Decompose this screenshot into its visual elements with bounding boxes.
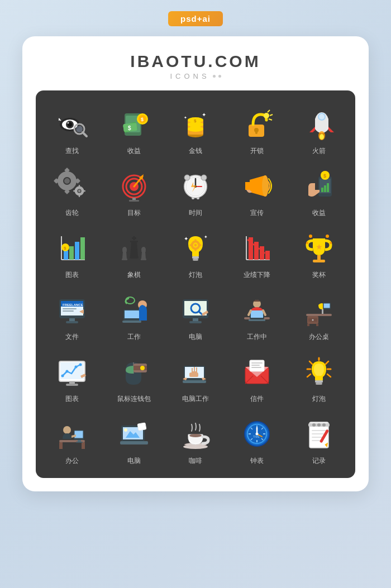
list-item: 电脑 xyxy=(168,286,223,345)
icon-label: 查找 xyxy=(65,146,79,156)
icon-label: 电脑工作 xyxy=(182,394,209,404)
svg-rect-29 xyxy=(255,130,258,134)
icon-label: 灯泡 xyxy=(189,270,202,280)
svg-rect-223 xyxy=(312,430,326,431)
svg-line-8 xyxy=(83,132,87,136)
svg-point-202 xyxy=(189,434,202,437)
svg-line-183 xyxy=(327,374,331,377)
svg-point-33 xyxy=(264,113,269,118)
chess-icon xyxy=(116,230,152,266)
svg-rect-168 xyxy=(183,380,206,383)
svg-text:★: ★ xyxy=(316,242,323,251)
icon-row-4: FREELANCE 文件 xyxy=(41,286,350,345)
svg-rect-126 xyxy=(63,310,74,312)
svg-rect-84 xyxy=(80,237,85,260)
svg-point-196 xyxy=(124,428,127,432)
svg-rect-60 xyxy=(129,200,139,202)
icon-label: 金钱 xyxy=(189,146,202,156)
list-item: 办公 xyxy=(44,410,100,469)
svg-rect-185 xyxy=(59,442,63,449)
svg-text:✦: ✦ xyxy=(202,112,206,118)
rocket-icon xyxy=(301,106,337,142)
svg-rect-101 xyxy=(194,240,196,242)
list-item: 灯泡 xyxy=(291,348,347,407)
svg-rect-103 xyxy=(190,244,192,246)
svg-rect-76 xyxy=(308,187,313,195)
list-item: 咖啡 xyxy=(168,410,223,469)
list-item: 业绩下降 xyxy=(229,224,285,283)
svg-rect-143 xyxy=(249,319,265,321)
icon-label: 信件 xyxy=(250,394,264,404)
svg-rect-176 xyxy=(316,383,322,385)
svg-point-66 xyxy=(184,175,190,180)
icon-label: 业绩下降 xyxy=(244,270,270,280)
svg-rect-51 xyxy=(79,194,80,197)
watch-icon: TIME xyxy=(239,416,275,452)
icon-grid: 查找 $ $ xyxy=(36,90,355,478)
svg-text:$: $ xyxy=(141,117,144,122)
list-item: ★ 奖杯 xyxy=(291,224,347,283)
svg-rect-92 xyxy=(122,259,127,260)
icon-label: 收益 xyxy=(312,208,326,218)
list-item: 宣传 xyxy=(229,162,285,221)
desk-icon xyxy=(301,292,337,328)
svg-rect-83 xyxy=(75,242,79,260)
list-item: 火箭 xyxy=(291,101,347,159)
list-item: 齿轮 xyxy=(44,162,100,221)
svg-rect-114 xyxy=(317,255,321,260)
svg-rect-160 xyxy=(69,381,75,384)
revenue-icon: $ $ xyxy=(116,106,152,142)
svg-rect-138 xyxy=(193,318,198,321)
icon-label: 时间 xyxy=(189,208,202,218)
svg-point-191 xyxy=(63,426,71,434)
svg-rect-110 xyxy=(254,242,259,260)
revenue2-icon: $ xyxy=(301,168,337,204)
icon-row-3: $ 图表 xyxy=(41,224,350,283)
icon-label: 奖杯 xyxy=(312,270,326,280)
format-badge: psd+ai xyxy=(168,11,223,26)
search-icon xyxy=(54,106,90,142)
svg-point-221 xyxy=(317,423,321,427)
laptop-icon xyxy=(116,416,152,452)
coffee-icon xyxy=(178,416,213,452)
svg-point-118 xyxy=(326,235,329,238)
icon-label: 开锁 xyxy=(250,146,264,156)
icon-row-1: 查找 $ $ xyxy=(41,101,350,159)
svg-rect-151 xyxy=(323,304,330,308)
svg-rect-139 xyxy=(189,321,202,323)
main-card: IBAOTU.COM ICONS xyxy=(22,36,369,491)
svg-rect-145 xyxy=(306,314,332,316)
svg-point-159 xyxy=(79,364,82,366)
work-icon xyxy=(116,292,152,328)
svg-rect-188 xyxy=(75,431,83,438)
working-icon xyxy=(239,292,275,328)
list-item: $ $ 收益 xyxy=(106,101,162,159)
chart-icon: $ xyxy=(54,230,90,266)
svg-rect-128 xyxy=(66,321,78,323)
list-item: 工作中 xyxy=(229,286,285,345)
unlock-icon xyxy=(239,106,275,142)
money-icon: $ ✦ ✦ xyxy=(178,106,213,142)
svg-rect-81 xyxy=(64,251,68,260)
icon-row-2: 齿轮 目标 xyxy=(41,162,350,221)
list-item: 办公桌 xyxy=(291,286,347,345)
list-item: 图表 xyxy=(44,348,100,407)
svg-rect-104 xyxy=(199,244,201,246)
card-header: IBAOTU.COM ICONS xyxy=(36,52,355,80)
svg-point-70 xyxy=(262,175,269,197)
svg-point-158 xyxy=(75,366,78,369)
icon-label: 办公桌 xyxy=(309,332,329,342)
svg-line-32 xyxy=(269,119,272,120)
decline-icon xyxy=(239,230,275,266)
svg-rect-153 xyxy=(316,324,318,326)
gear-icon xyxy=(54,168,90,204)
icon-label: 宣传 xyxy=(250,208,264,218)
svg-rect-74 xyxy=(324,185,326,192)
list-item: 开锁 xyxy=(229,101,285,159)
icon-label: 电脑 xyxy=(189,332,202,342)
list-item: 信件 xyxy=(229,348,285,407)
svg-rect-90 xyxy=(130,256,139,259)
svg-line-181 xyxy=(326,361,328,364)
list-item: 鼠标连钱包 xyxy=(106,348,162,407)
svg-rect-186 xyxy=(82,442,85,449)
